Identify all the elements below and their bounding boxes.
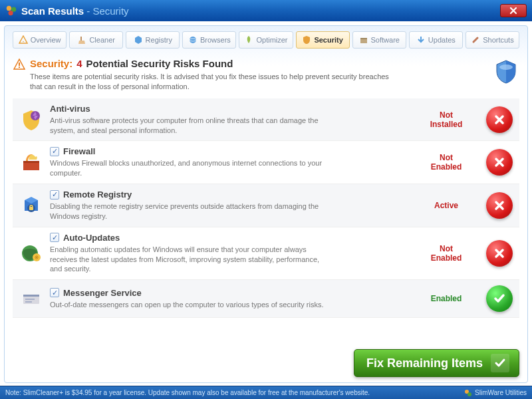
tab-label: Optimizer (256, 36, 287, 44)
tab-label: Updates (428, 36, 456, 44)
checkbox[interactable]: ✓ (50, 233, 59, 242)
warning-icon (13, 58, 26, 71)
item-icon (19, 150, 43, 174)
shield-icon (493, 58, 519, 84)
item-row-anti-virus: Anti-virusAnti-virus software protects y… (13, 98, 519, 142)
title-bar: Scan Results - Security (0, 0, 532, 21)
item-desc: Enabling automatic updates for Windows w… (50, 245, 329, 275)
checkbox[interactable]: ✓ (50, 288, 59, 297)
svg-rect-16 (29, 207, 33, 210)
item-row-messenger-service: ✓Messenger ServiceOut-of-date messengers… (13, 280, 519, 318)
tab-browsers[interactable]: Browsers (182, 31, 236, 49)
item-icon (19, 241, 43, 265)
svg-rect-9 (19, 63, 20, 66)
tab-label: Shortcuts (483, 36, 513, 44)
shield-icon (302, 35, 311, 45)
cube-icon (134, 35, 143, 45)
item-body: ✓Remote RegistryDisabling the remote reg… (50, 190, 406, 221)
globe-icon (188, 35, 198, 45)
box-icon (359, 35, 368, 45)
tab-overview[interactable]: Overview (13, 31, 66, 49)
item-action-button[interactable] (486, 240, 513, 267)
rocket-icon (244, 35, 253, 45)
tab-security[interactable]: Security (296, 31, 350, 49)
item-title: Firewall (63, 146, 95, 156)
checkbox[interactable]: ✓ (50, 190, 59, 200)
svg-rect-21 (25, 299, 35, 300)
svg-rect-10 (19, 66, 20, 68)
item-title: Auto-Updates (63, 233, 120, 243)
heading-title: Potential Security Risks Found (86, 58, 233, 69)
svg-rect-20 (23, 295, 39, 297)
brand-label: SlimWare Utilities (475, 389, 527, 396)
item-action-button[interactable] (486, 192, 513, 219)
checkbox[interactable]: ✓ (50, 147, 59, 156)
fix-button-label: Fix Remaining Items (366, 356, 483, 370)
item-action-button[interactable] (486, 285, 513, 312)
tab-cleaner[interactable]: Cleaner (69, 31, 123, 49)
item-status: Enabled (413, 294, 479, 303)
broom-icon (77, 35, 86, 45)
down-icon (416, 35, 426, 45)
tab-software[interactable]: Software (352, 31, 406, 49)
item-desc: Anti-virus software protects your comput… (50, 116, 329, 136)
tab-label: Registry (146, 36, 172, 44)
svg-rect-8 (360, 38, 367, 39)
heading: Security: 4 Potential Security Risks Fou… (13, 55, 519, 98)
item-status: NotEnabled (413, 153, 479, 172)
app-icon (5, 5, 17, 17)
fix-remaining-button[interactable]: Fix Remaining Items (354, 349, 519, 377)
svg-rect-22 (25, 301, 32, 303)
item-desc: Disabling the remote registry service pr… (50, 201, 329, 221)
tab-optimizer[interactable]: Optimizer (239, 31, 293, 49)
brand-icon (464, 389, 472, 397)
svg-point-24 (467, 392, 471, 396)
item-status: NotInstalled (413, 110, 479, 129)
item-status: Active (413, 201, 479, 210)
item-action-button[interactable] (486, 106, 513, 133)
item-title: Anti-virus (50, 104, 90, 114)
item-body: ✓FirewallWindows Firewall blocks unautho… (50, 146, 406, 178)
svg-point-5 (190, 37, 196, 43)
item-row-auto-updates: ✓Auto-UpdatesEnabling automatic updates … (13, 227, 519, 281)
close-button[interactable] (500, 4, 527, 17)
tab-registry[interactable]: Registry (126, 31, 180, 49)
item-body: ✓Auto-UpdatesEnabling automatic updates … (50, 233, 406, 275)
tab-label: Security (314, 36, 342, 44)
close-icon (509, 7, 517, 15)
tab-label: Browsers (200, 36, 231, 44)
item-icon (19, 287, 43, 311)
heading-count: 4 (76, 58, 82, 69)
svg-point-0 (7, 6, 11, 11)
svg-point-3 (23, 41, 24, 43)
svg-point-2 (9, 11, 13, 15)
item-icon (19, 108, 43, 132)
heading-desc: These items are potential security risks… (30, 72, 402, 92)
item-icon (19, 194, 43, 217)
main-frame: OverviewCleanerRegistryBrowsersOptimizer… (4, 25, 528, 383)
tab-label: Overview (31, 36, 61, 44)
heading-text: Security: 4 Potential Security Risks Fou… (30, 58, 402, 92)
item-row-remote-registry: ✓Remote RegistryDisabling the remote reg… (13, 184, 519, 227)
check-icon (491, 354, 509, 372)
item-desc: Out-of-date messengers can open up the c… (50, 300, 329, 310)
tab-updates[interactable]: Updates (409, 31, 463, 49)
tab-bar: OverviewCleanerRegistryBrowsersOptimizer… (13, 31, 519, 49)
svg-point-11 (499, 65, 513, 70)
link-icon (471, 35, 480, 45)
heading-label: Security: (30, 58, 72, 69)
item-title: Messenger Service (63, 288, 142, 298)
status-bar: Note: SlimCleaner+ is $34.95 for a year … (0, 386, 532, 399)
tab-label: Cleaner (89, 36, 115, 44)
tab-shortcuts[interactable]: Shortcuts (466, 31, 519, 49)
window-title-1: Scan Results (21, 5, 84, 17)
item-row-firewall: ✓FirewallWindows Firewall blocks unautho… (13, 141, 519, 184)
warning-icon (19, 35, 28, 45)
items-list: Anti-virusAnti-virus software protects y… (13, 98, 519, 319)
item-desc: Windows Firewall blocks unauthorized, an… (50, 158, 329, 178)
svg-rect-14 (23, 161, 39, 163)
item-status: NotEnabled (413, 244, 479, 263)
item-action-button[interactable] (486, 149, 513, 176)
item-body: Anti-virusAnti-virus software protects y… (50, 104, 406, 136)
tab-label: Software (371, 36, 400, 44)
